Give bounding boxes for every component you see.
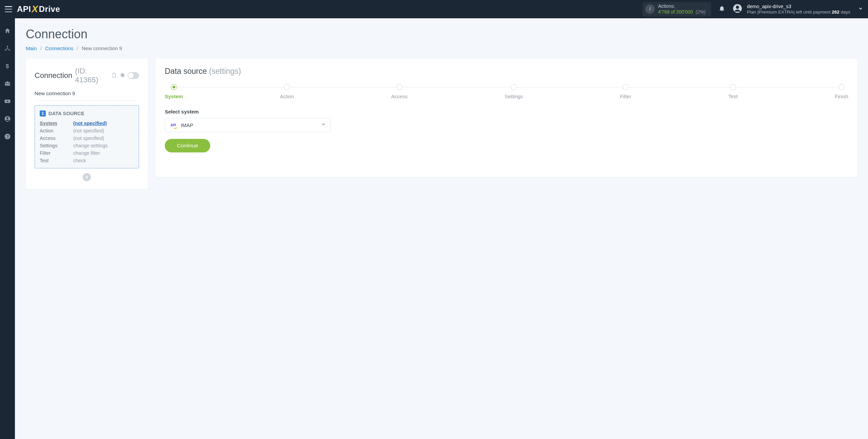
connection-label: Connection [35,71,72,80]
gear-icon[interactable] [119,71,125,80]
nav-billing[interactable]: $ [0,61,15,71]
step-label: Test [728,93,738,99]
connection-head: Connection (ID: 41365) [35,67,139,84]
select-system-value: IMAP [181,122,193,128]
crumb-current: New connection 9 [82,45,122,51]
chevron-down-icon[interactable] [858,6,863,13]
step-label: System [165,93,183,99]
datasource-row-value: (not specified) [73,135,134,141]
menu-toggle[interactable] [5,6,12,12]
datasource-row-key: Access [40,135,68,141]
crumb-connections[interactable]: Connections [45,45,73,51]
document-icon[interactable] [111,71,117,80]
app-header: APIXDrive i Actions: 4'768 of 200'000 (2… [0,0,868,18]
svg-text:$: $ [6,63,9,69]
step-dot [396,84,402,90]
plan-line: Plan |Premium EXTRA| left until payment … [747,9,850,15]
user-name: demo_apix-drive_s3 [747,3,850,9]
step-dot [284,84,290,90]
step-label: Access [391,93,408,99]
nav-account[interactable] [0,114,15,124]
step-filter[interactable]: Filter [620,84,631,99]
datasource-row-value: check [73,158,134,163]
nav-home[interactable] [0,26,15,36]
page-title: Connection [26,27,857,41]
datasource-row-value: change settings [73,143,134,148]
sidebar: $ ? [0,18,15,439]
actions-text: Actions: 4'768 of 200'000 (2%) [658,3,706,15]
step-dot [511,84,517,90]
add-button[interactable]: + [83,173,91,181]
step-finish[interactable]: Finish [835,84,848,99]
step-label: Settings [505,93,523,99]
step-dot [730,84,736,90]
datasource-box: 1 DATA SOURCE System(not specified)Actio… [35,105,139,168]
connection-card: Connection (ID: 41365) New connection 9 … [26,59,148,189]
step-dot [171,84,177,90]
connection-toggle[interactable] [127,72,139,79]
datasource-settings-title: Data source (settings) [165,67,848,76]
select-system-label: Select system [165,109,848,114]
svg-point-2 [7,46,8,47]
datasource-row-key: Test [40,158,68,163]
connection-id: (ID: 41365) [75,67,108,84]
step-dot [839,84,845,90]
nav-video[interactable] [0,96,15,106]
datasource-row-key[interactable]: System [40,121,68,126]
continue-button[interactable]: Continue [165,139,210,152]
actions-label: Actions: [658,3,706,9]
datasource-row-key: Action [40,128,68,133]
user-text: demo_apix-drive_s3 Plan |Premium EXTRA| … [747,3,850,15]
svg-point-9 [6,117,8,119]
crumb-main[interactable]: Main [26,45,37,51]
datasource-header: 1 DATA SOURCE [40,110,134,117]
datasource-row-value: (not specified) [73,128,134,133]
datasource-grid: System(not specified)Action(not specifie… [40,121,134,163]
step-label: Action [280,93,294,99]
datasource-row-value[interactable]: (not specified) [73,121,134,126]
datasource-row-key: Filter [40,150,68,156]
info-icon: i [645,4,655,14]
actions-chip[interactable]: i Actions: 4'768 of 200'000 (2%) [643,2,711,17]
brand-drive: Drive [39,4,60,14]
datasource-row-value: change filter [73,150,134,156]
notifications-icon[interactable] [718,5,725,13]
brand-api: API [17,4,31,14]
brand-logo[interactable]: APIXDrive [17,4,60,15]
breadcrumb: Main / Connections / New connection 9 [26,45,857,51]
header-right: i Actions: 4'768 of 200'000 (2%) demo_ap… [643,2,863,17]
datasource-settings-card: Data source (settings) SystemActionAcces… [156,59,857,177]
datasource-badge: 1 [40,110,46,117]
actions-values: 4'768 of 200'000 (2%) [658,9,706,15]
step-dot [623,84,629,90]
step-system[interactable]: System [165,84,183,99]
main-content: Connection Main / Connections / New conn… [15,18,868,439]
step-label: Filter [620,93,631,99]
user-menu[interactable]: demo_apix-drive_s3 Plan |Premium EXTRA| … [733,3,850,15]
content-row: Connection (ID: 41365) New connection 9 … [26,59,857,189]
datasource-row-key: Settings [40,143,68,148]
api-icon: API [170,122,177,128]
brand-x: X [32,4,38,15]
svg-text:?: ? [6,134,9,139]
avatar-icon [733,4,742,15]
step-action[interactable]: Action [280,84,294,99]
nav-connections[interactable] [0,43,15,54]
step-label: Finish [835,93,848,99]
step-settings[interactable]: Settings [505,84,523,99]
nav-help[interactable]: ? [0,131,15,142]
nav-briefcase[interactable] [0,79,15,89]
chevron-down-icon [321,122,326,128]
select-system-dropdown[interactable]: API IMAP [165,118,331,132]
svg-point-1 [736,6,739,9]
stepper: SystemActionAccessSettingsFilterTestFini… [165,84,848,99]
step-access[interactable]: Access [391,84,408,99]
datasource-title: DATA SOURCE [48,111,84,116]
connection-name: New connection 9 [35,90,139,101]
step-test[interactable]: Test [728,84,738,99]
